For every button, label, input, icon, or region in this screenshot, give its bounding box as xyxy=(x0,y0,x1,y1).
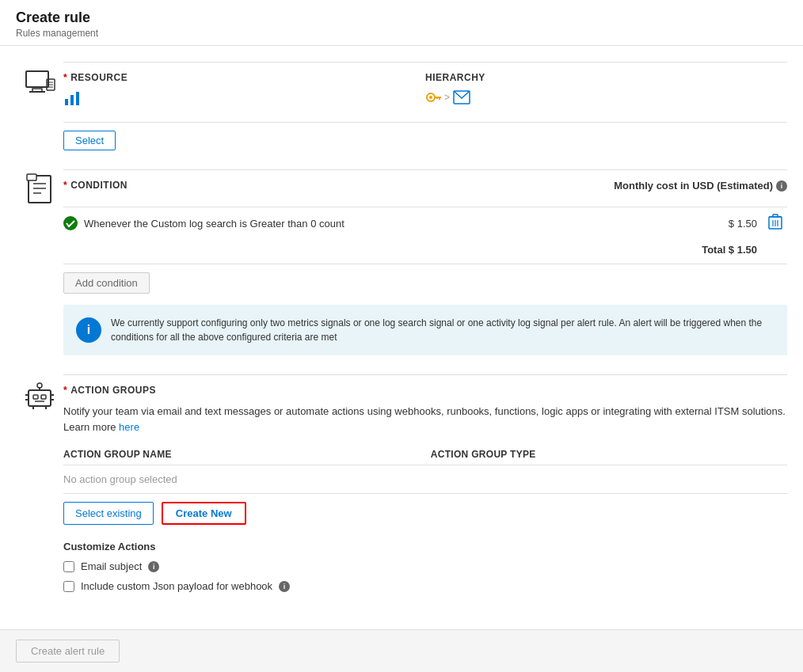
email-subject-checkbox-row: Email subject i xyxy=(63,560,787,572)
resource-section: *RESOURCE HIERARCHY xyxy=(16,62,787,150)
customize-title: Customize Actions xyxy=(63,541,787,552)
condition-delete-button[interactable] xyxy=(763,214,787,233)
chevron-right-icon: > xyxy=(444,92,450,103)
svg-rect-32 xyxy=(41,395,46,399)
action-groups-description: Notify your team via email and text mess… xyxy=(63,404,787,435)
condition-section-body: *CONDITION Monthly cost in USD (Estimate… xyxy=(63,169,787,355)
learn-more-link[interactable]: here xyxy=(119,421,139,433)
required-star-action: * xyxy=(63,385,67,396)
main-content: *RESOURCE HIERARCHY xyxy=(0,46,803,629)
svg-rect-0 xyxy=(26,71,48,87)
hierarchy-icons: > xyxy=(425,89,787,105)
json-payload-info-icon[interactable]: i xyxy=(279,581,290,592)
required-star-condition: * xyxy=(63,180,67,191)
condition-icon xyxy=(24,173,55,204)
info-circle-icon: i xyxy=(76,317,101,343)
action-groups-header: *ACTION GROUPS xyxy=(63,385,787,396)
empty-table-text: No action group selected xyxy=(63,465,787,494)
resource-select-button[interactable]: Select xyxy=(63,131,116,150)
resource-section-icon xyxy=(16,62,63,98)
condition-section: *CONDITION Monthly cost in USD (Estimate… xyxy=(16,169,787,355)
total-row: Total $ 1.50 xyxy=(63,239,787,264)
json-payload-checkbox[interactable] xyxy=(63,581,74,592)
condition-check-icon xyxy=(63,216,78,230)
resource-label: *RESOURCE xyxy=(63,72,425,83)
cost-info-icon[interactable]: i xyxy=(776,180,787,192)
action-groups-table: ACTION GROUP NAME ACTION GROUP TYPE No a… xyxy=(63,444,787,494)
create-new-button[interactable]: Create New xyxy=(162,502,246,525)
hierarchy-label: HIERARCHY xyxy=(425,72,787,83)
cost-label: Monthly cost in USD (Estimated) i xyxy=(614,180,787,192)
condition-label: *CONDITION xyxy=(63,180,127,191)
select-existing-button[interactable]: Select existing xyxy=(63,502,154,525)
svg-point-21 xyxy=(63,216,78,230)
bar-chart-icon xyxy=(63,89,81,107)
create-alert-rule-button: Create alert rule xyxy=(16,640,120,663)
svg-rect-8 xyxy=(70,95,74,105)
action-groups-label: *ACTION GROUPS xyxy=(63,385,787,396)
resource-grid: *RESOURCE HIERARCHY xyxy=(63,72,787,123)
svg-rect-31 xyxy=(33,395,38,399)
resource-section-body: *RESOURCE HIERARCHY xyxy=(63,62,787,150)
mail-icon xyxy=(453,90,470,104)
col-action-group-type: ACTION GROUP TYPE xyxy=(431,444,787,465)
col-action-group-name: ACTION GROUP NAME xyxy=(63,444,431,465)
svg-point-11 xyxy=(429,96,432,99)
action-groups-section: *ACTION GROUPS Notify your team via emai… xyxy=(16,374,787,600)
condition-section-icon xyxy=(16,169,63,204)
table-empty-row: No action group selected xyxy=(63,465,787,494)
condition-row: Whenever the Custom log search is Greate… xyxy=(63,207,787,239)
customize-section: Customize Actions Email subject i Includ… xyxy=(63,541,787,592)
condition-cost: $ 1.50 xyxy=(605,218,763,230)
condition-text: Whenever the Custom log search is Greate… xyxy=(63,216,605,230)
json-payload-checkbox-row: Include custom Json payload for webhook … xyxy=(63,580,787,592)
hierarchy-col: HIERARCHY > xyxy=(425,72,787,114)
page-subtitle: Rules management xyxy=(16,28,787,39)
table-header-row: ACTION GROUP NAME ACTION GROUP TYPE xyxy=(63,444,787,465)
action-groups-section-icon xyxy=(16,374,63,412)
page-header: Create rule Rules management xyxy=(0,0,803,46)
info-box: i We currently support configuring only … xyxy=(63,305,787,355)
svg-rect-20 xyxy=(27,174,36,180)
condition-header: *CONDITION Monthly cost in USD (Estimate… xyxy=(63,180,787,199)
email-subject-info-icon[interactable]: i xyxy=(148,561,159,572)
resource-icon xyxy=(23,65,56,98)
required-star: * xyxy=(63,72,67,83)
add-condition-button: Add condition xyxy=(63,272,150,294)
svg-rect-30 xyxy=(29,390,51,406)
page-footer: Create alert rule xyxy=(0,629,803,672)
resource-col: *RESOURCE xyxy=(63,72,425,114)
action-buttons: Select existing Create New xyxy=(63,502,787,525)
page-title: Create rule xyxy=(16,9,787,26)
key-icon xyxy=(425,89,441,105)
svg-rect-7 xyxy=(65,99,68,105)
svg-rect-9 xyxy=(76,92,79,105)
info-text: We currently support configuring only tw… xyxy=(111,316,774,344)
robot-icon xyxy=(22,378,57,412)
email-subject-checkbox[interactable] xyxy=(63,561,74,572)
action-groups-body: *ACTION GROUPS Notify your team via emai… xyxy=(63,374,787,600)
